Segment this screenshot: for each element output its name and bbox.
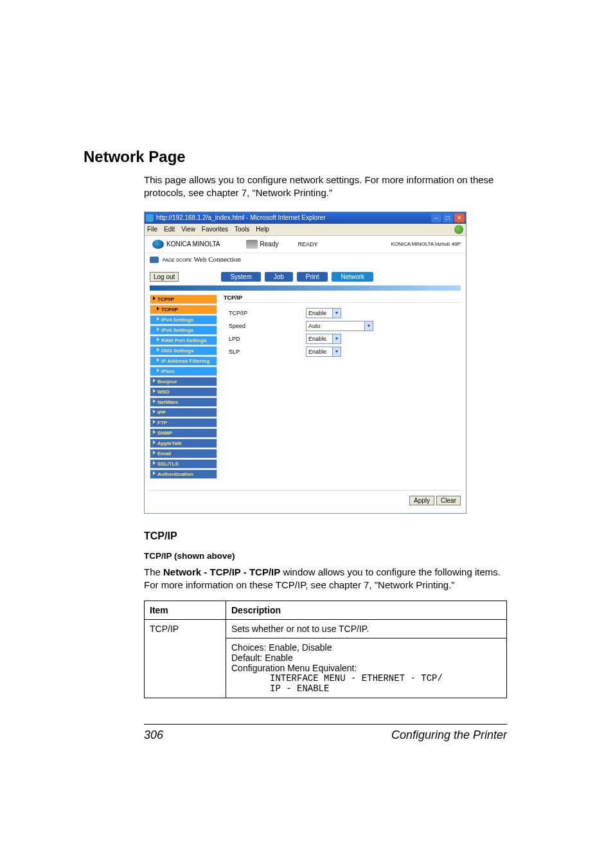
ie-icon <box>146 214 154 222</box>
select-value: Auto <box>308 323 321 329</box>
table-code: IP - ENABLE <box>231 683 501 694</box>
table-header-desc: Description <box>226 601 507 620</box>
sidebar-label: SSL/TLS <box>157 461 179 467</box>
tab-system[interactable]: System <box>221 272 260 282</box>
menu-edit[interactable]: Edit <box>164 226 175 233</box>
sidebar-label: WSD <box>157 389 170 395</box>
window-titlebar: http://192.168.1.2/a_index.html - Micros… <box>145 212 466 224</box>
status-big: READY <box>298 241 317 248</box>
sidebar-item-ipv4[interactable]: IPv4 Settings <box>150 315 217 325</box>
select-lpd[interactable]: Enable▼ <box>306 334 341 344</box>
description-table: Item Description TCP/IP Sets whether or … <box>144 601 507 698</box>
go-icon <box>454 225 463 234</box>
sidebar-item-rawport[interactable]: RAW Port Settings <box>150 336 217 345</box>
pagescope-icon <box>150 257 159 263</box>
maximize-button[interactable]: □ <box>443 213 453 222</box>
menu-favorites[interactable]: Favorites <box>202 226 228 233</box>
sub-label: TCP/IP (shown above) <box>144 551 517 561</box>
sidebar-item-dns[interactable]: DNS Settings <box>150 346 217 356</box>
browser-menubar: File Edit View Favorites Tools Help <box>145 224 466 236</box>
page-heading: Network Page <box>84 148 517 166</box>
status-small: Ready <box>260 240 279 248</box>
sidebar-label: Authentication <box>157 471 193 477</box>
tab-network[interactable]: Network <box>332 272 373 282</box>
page-footer: 306 Configuring the Printer <box>144 724 507 742</box>
printer-icon <box>246 240 258 249</box>
sidebar-group-tcpip[interactable]: TCP/IP <box>150 294 217 304</box>
minimize-button[interactable]: – <box>431 213 441 222</box>
select-slp[interactable]: Enable▼ <box>306 347 341 357</box>
sidebar-group-bonjour[interactable]: Bonjour <box>150 377 217 386</box>
tab-job[interactable]: Job <box>265 272 293 282</box>
sidebar-label: RAW Port Settings <box>161 338 207 343</box>
menu-file[interactable]: File <box>147 226 157 233</box>
sidebar-label: Email <box>157 451 171 457</box>
select-value: Enable <box>308 310 326 316</box>
sidebar: TCP/IP TCP/IP IPv4 Settings IPv6 Setting… <box>150 294 217 480</box>
chevron-down-icon: ▼ <box>332 309 341 318</box>
select-tcpip[interactable]: Enable▼ <box>306 308 341 318</box>
sidebar-label: SNMP <box>157 430 172 436</box>
sidebar-group-ftp[interactable]: FTP <box>150 418 217 428</box>
close-button[interactable]: ✕ <box>454 213 465 222</box>
brand-label: KONICA MINOLTA <box>166 240 220 248</box>
menu-view[interactable]: View <box>181 226 195 233</box>
sidebar-label: AppleTalk <box>157 440 182 446</box>
sidebar-group-auth[interactable]: Authentication <box>150 469 217 479</box>
sidebar-item-ipfilter[interactable]: IP Address Filtering <box>150 356 217 366</box>
select-speed[interactable]: Auto▼ <box>306 321 373 331</box>
form-label-speed: Speed <box>224 323 306 329</box>
intro-text: This page allows you to configure networ… <box>144 174 517 200</box>
form-label-slp: SLP <box>224 348 306 355</box>
km-logo-icon <box>152 240 164 249</box>
window-title: http://192.168.1.2/a_index.html - Micros… <box>156 214 325 221</box>
table-text: Default: Enable <box>231 653 501 663</box>
table-cell-line1: Sets whether or not to use TCP/IP. <box>226 620 507 638</box>
table-code: INTERFACE MENU - ETHERNET - TCP/ <box>231 673 501 683</box>
table-text: Configuration Menu Equivalent: <box>231 663 501 673</box>
subheading-tcpip: TCP/IP <box>144 530 517 542</box>
chevron-down-icon: ▼ <box>332 334 341 343</box>
page-number: 306 <box>144 728 163 742</box>
clear-button[interactable]: Clear <box>436 496 461 505</box>
model-label: KONICA MINOLTA bizhub 40P <box>391 241 461 247</box>
body-paragraph: The Network - TCP/IP - TCP/IP window all… <box>144 566 517 592</box>
main-panel: TCP/IP TCP/IP Enable▼ Speed Auto▼ LPD En… <box>217 294 461 480</box>
sidebar-group-ipp[interactable]: IPP <box>150 408 217 417</box>
sidebar-label: IPv4 Settings <box>161 317 193 323</box>
sidebar-label: IPsec <box>161 368 175 374</box>
body-text-part: The <box>144 566 163 577</box>
table-cell-item: TCP/IP <box>145 620 226 698</box>
sidebar-group-snmp[interactable]: SNMP <box>150 428 217 438</box>
chevron-down-icon: ▼ <box>364 321 373 330</box>
tab-print[interactable]: Print <box>297 272 328 282</box>
table-text: Choices: Enable, Disable <box>231 642 501 653</box>
footer-label: Configuring the Printer <box>391 728 507 742</box>
form-label-lpd: LPD <box>224 336 306 342</box>
sidebar-label: IP Address Filtering <box>161 358 209 364</box>
logout-button[interactable]: Log out <box>150 272 179 282</box>
sidebar-group-appletalk[interactable]: AppleTalk <box>150 439 217 448</box>
body-text-bold: Network - TCP/IP - TCP/IP <box>163 566 280 577</box>
sidebar-group-ssl[interactable]: SSL/TLS <box>150 459 217 469</box>
sidebar-label: TCP/IP <box>157 296 174 302</box>
sidebar-label: NetWare <box>157 399 178 405</box>
sidebar-group-wsd[interactable]: WSD <box>150 387 217 397</box>
apply-button[interactable]: Apply <box>409 496 434 505</box>
menu-tools[interactable]: Tools <box>235 226 249 233</box>
sidebar-item-ipsec[interactable]: IPsec <box>150 366 217 376</box>
sidebar-group-email[interactable]: Email <box>150 449 217 458</box>
sidebar-label: DNS Settings <box>161 348 194 354</box>
sidebar-group-netware[interactable]: NetWare <box>150 397 217 407</box>
sidebar-label: FTP <box>157 420 167 426</box>
sidebar-item-ipv6[interactable]: IPv6 Settings <box>150 325 217 335</box>
sidebar-label: TCP/IP <box>161 307 178 312</box>
select-value: Enable <box>308 348 326 355</box>
panel-title: TCP/IP <box>224 294 461 301</box>
pagescope-label: Web Connection <box>194 255 241 263</box>
nav-gradient <box>150 285 461 291</box>
sidebar-label: IPv6 Settings <box>161 327 193 333</box>
table-header-item: Item <box>145 601 226 620</box>
menu-help[interactable]: Help <box>256 226 269 233</box>
sidebar-item-tcpip[interactable]: TCP/IP <box>150 305 217 314</box>
